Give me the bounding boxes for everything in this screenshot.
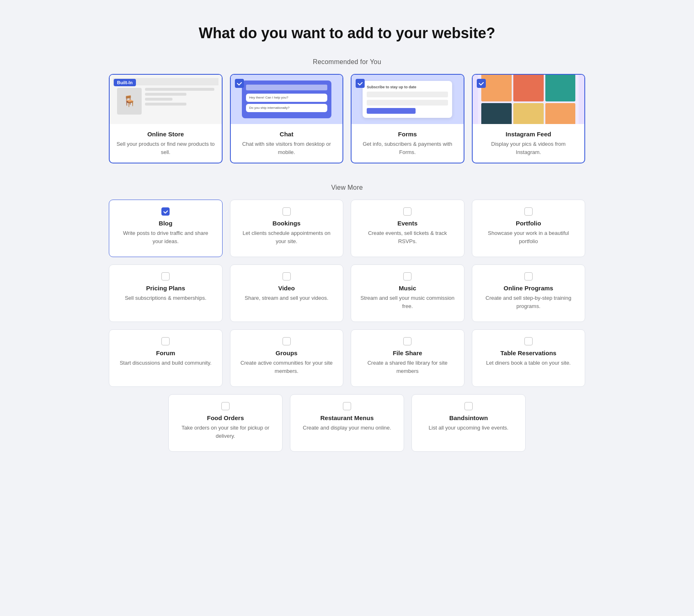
pricing-plans-desc: Sell subscriptions & memberships.: [125, 294, 207, 302]
video-title: Video: [278, 285, 295, 292]
card-forum[interactable]: Forum Start discussions and build commun…: [109, 329, 223, 387]
card-online-store-body: Online Store Sell your products or find …: [110, 124, 222, 163]
card-online-store-desc: Sell your products or find new products …: [116, 140, 215, 156]
card-restaurant-menus[interactable]: Restaurant Menus Create and display your…: [290, 394, 404, 452]
groups-title: Groups: [276, 349, 297, 356]
file-share-checkbox[interactable]: [403, 337, 411, 345]
card-video-inner: Video Share, stream and sell your videos…: [239, 272, 335, 302]
card-table-reservations-inner: Table Reservations Let diners book a tab…: [480, 337, 577, 367]
instagram-check-icon: [477, 79, 486, 88]
card-instagram-body: Instagram Feed Display your pics & video…: [473, 124, 585, 163]
recommended-grid: Built-In 🪑 Online Store Sell your produc…: [109, 74, 585, 163]
card-forms-desc: Get info, subscribers & payments with Fo…: [358, 140, 457, 156]
built-in-badge: Built-In: [114, 79, 136, 86]
card-food-orders-inner: Food Orders Take orders on your site for…: [177, 402, 274, 440]
card-file-share[interactable]: File Share Create a shared file library …: [351, 329, 464, 387]
portfolio-checkbox[interactable]: [524, 207, 533, 216]
online-programs-desc: Create and sell step-by-step training pr…: [480, 294, 577, 310]
table-reservations-title: Table Reservations: [501, 349, 556, 356]
card-blog-inner: Blog Write posts to drive traffic and sh…: [117, 207, 214, 245]
restaurant-menus-desc: Create and display your menu online.: [303, 424, 391, 432]
card-forms[interactable]: Subscribe to stay up to date Forms Get i…: [351, 74, 464, 163]
card-forum-inner: Forum Start discussions and build commun…: [117, 337, 214, 367]
forum-title: Forum: [156, 349, 175, 356]
card-forms-thumb: Subscribe to stay up to date: [352, 75, 464, 124]
online-programs-checkbox[interactable]: [524, 272, 533, 280]
pricing-plans-checkbox[interactable]: [161, 272, 170, 280]
file-share-desc: Create a shared file library for site me…: [359, 359, 456, 375]
card-forms-title: Forms: [358, 131, 457, 138]
restaurant-menus-title: Restaurant Menus: [320, 414, 374, 421]
card-online-store[interactable]: Built-In 🪑 Online Store Sell your produc…: [109, 74, 223, 163]
card-instagram-desc: Display your pics & videos from Instagra…: [479, 140, 578, 156]
card-chat-body: Chat Chat with site visitors from deskto…: [231, 124, 343, 163]
restaurant-menus-checkbox[interactable]: [343, 402, 351, 410]
card-video[interactable]: Video Share, stream and sell your videos…: [230, 264, 344, 322]
bottom-section: Food Orders Take orders on your site for…: [109, 394, 585, 452]
view-more-section: View More Blog Write posts to drive traf…: [109, 184, 585, 387]
card-restaurant-menus-inner: Restaurant Menus Create and display your…: [299, 402, 395, 432]
blog-desc: Write posts to drive traffic and share y…: [117, 229, 214, 245]
bandsintown-desc: List all your upcoming live events.: [429, 424, 508, 432]
bookings-desc: Let clients schedule appointments on you…: [239, 229, 335, 245]
forum-desc: Start discussions and build community.: [119, 359, 211, 367]
card-chat-thumb: Hey there! Can I help you? Do you ship i…: [231, 75, 343, 124]
card-bandsintown-inner: Bandsintown List all your upcoming live …: [420, 402, 517, 432]
card-online-store-title: Online Store: [116, 131, 215, 138]
card-blog[interactable]: Blog Write posts to drive traffic and sh…: [109, 200, 223, 257]
groups-checkbox[interactable]: [283, 337, 291, 345]
card-chat-title: Chat: [237, 131, 336, 138]
portfolio-desc: Showcase your work in a beautiful portfo…: [480, 229, 577, 245]
view-more-row-1: Blog Write posts to drive traffic and sh…: [109, 200, 585, 257]
food-orders-checkbox[interactable]: [221, 402, 230, 410]
file-share-title: File Share: [393, 349, 422, 356]
table-reservations-checkbox[interactable]: [524, 337, 533, 345]
music-title: Music: [399, 285, 416, 292]
blog-checkbox[interactable]: [161, 207, 170, 216]
card-music-inner: Music Stream and sell your music commiss…: [359, 272, 456, 310]
card-music[interactable]: Music Stream and sell your music commiss…: [351, 264, 464, 322]
chat-mock: Hey there! Can I help you? Do you ship i…: [242, 80, 331, 119]
chat-check-icon: [235, 79, 244, 88]
card-bandsintown[interactable]: Bandsintown List all your upcoming live …: [411, 394, 526, 452]
card-bookings[interactable]: Bookings Let clients schedule appointmen…: [230, 200, 344, 257]
bookings-checkbox[interactable]: [283, 207, 291, 216]
card-chat-desc: Chat with site visitors from desktop or …: [237, 140, 336, 156]
food-orders-title: Food Orders: [207, 414, 244, 421]
table-reservations-desc: Let diners book a table on your site.: [486, 359, 571, 367]
music-checkbox[interactable]: [403, 272, 411, 280]
forum-checkbox[interactable]: [161, 337, 170, 345]
forms-check-icon: [356, 79, 365, 88]
card-bookings-inner: Bookings Let clients schedule appointmen…: [239, 207, 335, 245]
portfolio-title: Portfolio: [516, 220, 541, 227]
card-portfolio-inner: Portfolio Showcase your work in a beauti…: [480, 207, 577, 245]
card-chat[interactable]: Hey there! Can I help you? Do you ship i…: [230, 74, 344, 163]
groups-desc: Create active communities for your site …: [239, 359, 335, 375]
events-checkbox[interactable]: [403, 207, 411, 216]
card-food-orders[interactable]: Food Orders Take orders on your site for…: [168, 394, 283, 452]
card-instagram[interactable]: @ellie_username Instagram Feed Display y…: [472, 74, 586, 163]
video-checkbox[interactable]: [283, 272, 291, 280]
card-groups[interactable]: Groups Create active communities for you…: [230, 329, 344, 387]
card-portfolio[interactable]: Portfolio Showcase your work in a beauti…: [472, 200, 586, 257]
card-pricing-plans[interactable]: Pricing Plans Sell subscriptions & membe…: [109, 264, 223, 322]
bandsintown-title: Bandsintown: [449, 414, 488, 421]
view-more-row-3: Forum Start discussions and build commun…: [109, 329, 585, 387]
card-online-store-thumb: Built-In 🪑: [110, 75, 222, 124]
instagram-mock: @ellie_username: [478, 75, 579, 124]
music-desc: Stream and sell your music commission fr…: [359, 294, 456, 310]
bandsintown-checkbox[interactable]: [464, 402, 473, 410]
card-events[interactable]: Events Create events, sell tickets & tra…: [351, 200, 464, 257]
card-online-programs[interactable]: Online Programs Create and sell step-by-…: [472, 264, 586, 322]
food-orders-desc: Take orders on your site for pickup or d…: [177, 424, 274, 440]
card-groups-inner: Groups Create active communities for you…: [239, 337, 335, 375]
card-online-programs-inner: Online Programs Create and sell step-by-…: [480, 272, 577, 310]
bottom-row: Food Orders Take orders on your site for…: [168, 394, 526, 452]
online-programs-title: Online Programs: [503, 285, 553, 292]
card-table-reservations[interactable]: Table Reservations Let diners book a tab…: [472, 329, 586, 387]
events-title: Events: [398, 220, 418, 227]
view-more-label: View More: [109, 184, 585, 191]
page-title: What do you want to add to your website?: [16, 25, 678, 42]
card-forms-body: Forms Get info, subscribers & payments w…: [352, 124, 464, 163]
view-more-row-2: Pricing Plans Sell subscriptions & membe…: [109, 264, 585, 322]
